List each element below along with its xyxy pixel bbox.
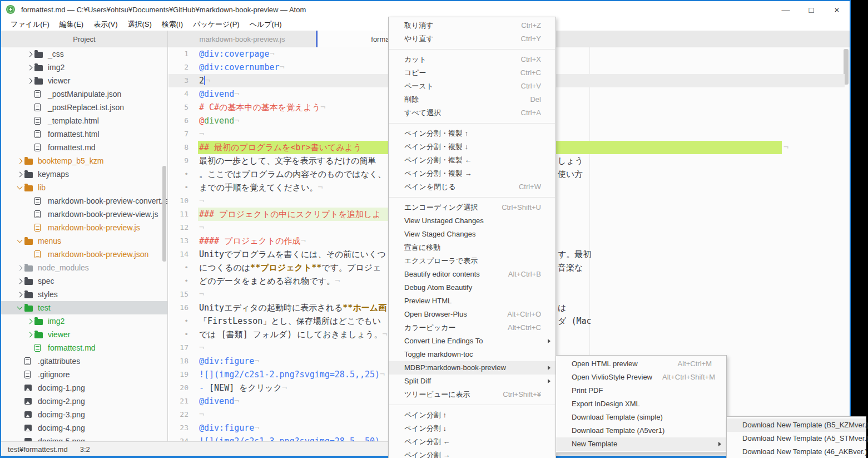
- line-text: # C#の基本中の基本を覚えよう¬: [199, 101, 325, 114]
- menu-item[interactable]: View Unstaged Changes: [389, 214, 555, 228]
- tree-item[interactable]: markdown-book-preview.js: [1, 221, 167, 234]
- menu-item[interactable]: Download New Template (A5_STMver.): [727, 432, 866, 445]
- menu-item[interactable]: ペイン分割 ↑: [389, 408, 555, 422]
- menu-item[interactable]: やり直すCtrl+Y: [389, 32, 555, 46]
- menu-item[interactable]: カラーピッカーAlt+Ctrl+C: [389, 321, 555, 334]
- line-text: ¬: [199, 127, 204, 141]
- tree-item[interactable]: lib: [1, 181, 167, 194]
- menu-item[interactable]: ペイン分割・複製 ←: [389, 154, 555, 167]
- chevron-right-icon[interactable]: [16, 159, 24, 163]
- menu-item[interactable]: コピーCtrl+C: [389, 66, 555, 80]
- menu-item[interactable]: 削除Del: [389, 93, 555, 106]
- chevron-right-icon[interactable]: [26, 79, 34, 83]
- menu-item[interactable]: 取り消すCtrl+Z: [389, 19, 555, 32]
- menu-item[interactable]: Open Browser-PlusAlt+Ctrl+O: [389, 308, 555, 321]
- chevron-right-icon[interactable]: [26, 333, 34, 337]
- close-button[interactable]: ×: [824, 1, 850, 18]
- tree-item[interactable]: markdown-book-preview-view.js: [1, 208, 167, 221]
- tree-item[interactable]: viewer: [1, 328, 167, 341]
- tree-item[interactable]: img2: [1, 61, 167, 74]
- menu-item[interactable]: Split Diff: [389, 375, 555, 388]
- menu-item[interactable]: Print PDF: [556, 384, 726, 397]
- chevron-right-icon[interactable]: [26, 319, 34, 323]
- menu-item[interactable]: MDBP:markdown-book-preview: [389, 361, 555, 375]
- editor-tab[interactable]: markdown-book-preview.js: [168, 31, 316, 47]
- menu-item[interactable]: ペイン分割・複製 →: [389, 167, 555, 180]
- chevron-right-icon[interactable]: [26, 52, 34, 56]
- tree-item[interactable]: img2: [1, 314, 167, 328]
- tree-item[interactable]: viewer: [1, 74, 167, 87]
- tree-item[interactable]: menus: [1, 234, 167, 248]
- menu-item[interactable]: Download New Template (B5_KZMver.): [727, 418, 866, 432]
- chevron-down-icon[interactable]: [16, 186, 24, 189]
- tree-item[interactable]: formattest.html: [1, 127, 167, 141]
- tree-item[interactable]: _postManipulate.json: [1, 87, 167, 101]
- menu-item[interactable]: Download Template (simple): [556, 411, 726, 424]
- tree-item[interactable]: markdown-book-preview.json: [1, 248, 167, 261]
- menu-item[interactable]: すべて選択Ctrl+A: [389, 106, 555, 120]
- tree-item[interactable]: node_modules: [1, 261, 167, 274]
- menu-item[interactable]: ペイン分割 ↓: [389, 422, 555, 435]
- tree-item[interactable]: keymaps: [1, 168, 167, 181]
- tree-item[interactable]: test: [1, 301, 167, 314]
- tree-item[interactable]: _postReplaceList.json: [1, 101, 167, 114]
- menu-item[interactable]: ペイン分割 ←: [389, 435, 555, 449]
- chevron-right-icon[interactable]: [16, 293, 24, 297]
- maximize-button[interactable]: □: [798, 1, 824, 18]
- minimize-button[interactable]: —: [773, 1, 798, 18]
- tree-item[interactable]: docimg-3.png: [1, 408, 167, 421]
- chevron-right-icon[interactable]: [16, 279, 24, 283]
- tree-item[interactable]: formattest.md: [1, 341, 167, 354]
- menu-item[interactable]: View Staged Changes: [389, 228, 555, 241]
- menu-item[interactable]: カットCtrl+X: [389, 53, 555, 66]
- chevron-down-icon[interactable]: [16, 240, 24, 242]
- menubar-item[interactable]: 編集(E): [54, 19, 88, 29]
- menu-item[interactable]: Debug Atom Beautify: [389, 281, 555, 294]
- menu-item[interactable]: Preview HTML: [389, 294, 555, 308]
- menu-item[interactable]: ペイン分割・複製 ↓: [389, 140, 555, 154]
- project-tree[interactable]: _cssimg2viewer_postManipulate.json_postR…: [1, 47, 168, 441]
- menu-item[interactable]: Convert Line Endings To: [389, 334, 555, 348]
- menubar-item[interactable]: 検索(I): [157, 19, 188, 29]
- menu-item-label: Split Diff: [404, 375, 431, 388]
- tree-scrollbar[interactable]: [162, 166, 166, 262]
- menu-item[interactable]: ペイン分割・複製 ↑: [389, 127, 555, 140]
- chevron-right-icon[interactable]: [26, 66, 34, 70]
- menu-item[interactable]: ペインを閉じるCtrl+W: [389, 180, 555, 194]
- menubar-item[interactable]: 選択(S): [123, 19, 157, 29]
- tree-item[interactable]: formattest.md: [1, 141, 167, 154]
- menubar-item[interactable]: パッケージ(P): [188, 19, 245, 29]
- tree-item[interactable]: docimg-1.png: [1, 381, 167, 395]
- tree-item[interactable]: spec: [1, 274, 167, 288]
- tree-item[interactable]: docimg-2.png: [1, 395, 167, 408]
- menu-item[interactable]: Beautify editor contentsAlt+Ctrl+B: [389, 268, 555, 281]
- tree-item[interactable]: docimg-5.png: [1, 435, 167, 441]
- menu-item[interactable]: Toggle markdown-toc: [389, 348, 555, 361]
- menubar-item[interactable]: ヘルプ(H): [245, 19, 287, 29]
- menubar-item[interactable]: 表示(V): [88, 19, 122, 29]
- menu-item[interactable]: New Template: [556, 437, 726, 451]
- tree-item[interactable]: _css: [1, 47, 167, 61]
- tree-item[interactable]: booktemp_b5_kzm: [1, 154, 167, 168]
- menu-item[interactable]: ペーストCtrl+V: [389, 80, 555, 93]
- menu-item[interactable]: Download Template (A5ver1): [556, 424, 726, 437]
- menu-item[interactable]: Open VivlioStyle PreviewAlt+Ctrl+Shift+M: [556, 371, 726, 384]
- menu-item[interactable]: エンコーディング選択Ctrl+Shift+U: [389, 201, 555, 214]
- chevron-down-icon[interactable]: [16, 307, 24, 309]
- chevron-right-icon[interactable]: [16, 173, 24, 176]
- menu-item[interactable]: Export InDesign XML: [556, 397, 726, 411]
- menu-item[interactable]: エクスプローラで表示: [389, 254, 555, 268]
- menu-item[interactable]: 宣言に移動: [389, 241, 555, 254]
- tree-item[interactable]: .gitattributes: [1, 354, 167, 368]
- tree-item[interactable]: markdown-book-preview-convert.js: [1, 194, 167, 208]
- menu-item[interactable]: ツリービューに表示Ctrl+Shift+¥: [389, 388, 555, 401]
- tree-item[interactable]: styles: [1, 288, 167, 301]
- menubar-item[interactable]: ファイル(F): [6, 19, 54, 29]
- tree-item[interactable]: _template.html: [1, 114, 167, 127]
- menu-item[interactable]: Download New Template (46_AKBver.): [727, 445, 866, 458]
- menu-item[interactable]: ペイン分割 →: [389, 449, 555, 458]
- chevron-right-icon[interactable]: [16, 266, 24, 270]
- tree-item[interactable]: .gitignore: [1, 368, 167, 381]
- menu-item[interactable]: Open HTML previewAlt+Ctrl+M: [556, 357, 726, 371]
- tree-item[interactable]: docimg-4.png: [1, 421, 167, 435]
